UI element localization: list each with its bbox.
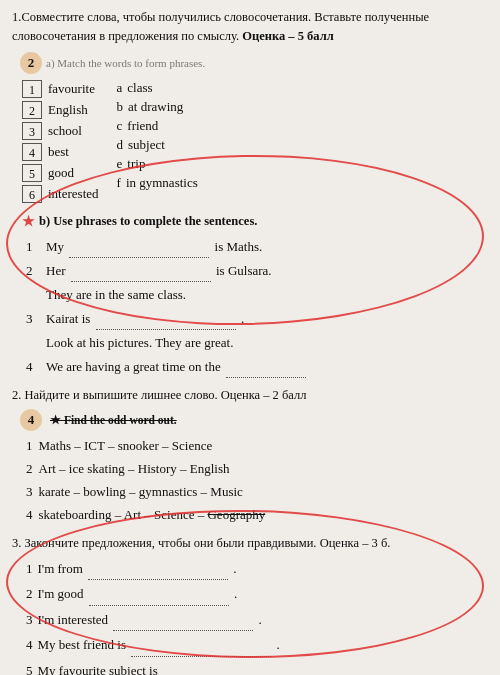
star-icon: ★	[22, 213, 35, 230]
list-item: e trip	[117, 156, 198, 172]
task-number-2: 2	[20, 52, 42, 74]
odd-word-list: 1 Maths – ICT – snooker – Science 2 Art …	[26, 435, 488, 526]
section-b-header: ★ b) Use phrases to complete the sentenc…	[22, 213, 488, 230]
section-a-label: a) Match the words to form phrases.	[46, 57, 205, 69]
task3-header: 3. Закончите предложения, чтобы они были…	[12, 534, 488, 553]
list-item: 1 favourite	[22, 80, 99, 98]
list-item: 2 I'm good .	[26, 582, 488, 605]
extra-text: They are in the same class.	[46, 284, 488, 306]
list-item: 4 skateboarding – Art – Science – Geogra…	[26, 504, 488, 526]
list-item: 5 My favourite subject is	[26, 659, 488, 676]
list-item: f in gymnastics	[117, 175, 198, 191]
list-item: 1 I'm from .	[26, 557, 488, 580]
list-item: 3 school	[22, 122, 99, 140]
list-item: 4 We are having a great time on the	[26, 356, 488, 378]
list-item: 6 interested	[22, 185, 99, 203]
list-item: d subject	[117, 137, 198, 153]
list-item: 4 best	[22, 143, 99, 161]
task1-header: 1.Совместите слова, чтобы получились сло…	[12, 8, 488, 46]
task2-text: 2. Найдите и выпишите лишнее слово.	[12, 388, 218, 402]
extra-text: Look at his pictures. They are great.	[46, 332, 488, 354]
task3-text: 3. Закончите предложения, чтобы они были…	[12, 536, 317, 550]
list-item: 3 karate – bowling – gymnastics – Music	[26, 481, 488, 503]
sentences-list: 1 My is Maths. 2 Her is Gulsara. They ar…	[26, 236, 488, 379]
list-item: 1 Maths – ICT – snooker – Science	[26, 435, 488, 457]
words-column: 1 favourite 2 English 3 school 4 best 5 …	[22, 80, 99, 203]
list-item: c friend	[117, 118, 198, 134]
list-item: 5 good	[22, 164, 99, 182]
task1-score: Оценка – 5 балл	[242, 29, 333, 43]
list-item: a class	[117, 80, 198, 96]
task3-score: Оценка – 3 б.	[320, 536, 391, 550]
list-item: 2 Art – ice skating – History – English	[26, 458, 488, 480]
task-number-4: 4	[20, 409, 42, 431]
section-find-label: ★ Find the odd word out.	[50, 413, 177, 427]
list-item: b at drawing	[117, 99, 198, 115]
task2-score: Оценка – 2 балл	[221, 388, 307, 402]
completion-list: 1 I'm from . 2 I'm good . 3 I'm interest…	[26, 557, 488, 675]
list-item: 4 My best friend is .	[26, 633, 488, 656]
letters-column: a class b at drawing c friend d subject …	[117, 80, 198, 203]
task1-text: 1.Совместите слова, чтобы получились сло…	[12, 10, 429, 43]
section-a: 1 favourite 2 English 3 school 4 best 5 …	[22, 80, 488, 203]
list-item: 1 My is Maths.	[26, 236, 488, 258]
list-item: 2 Her is Gulsara.	[26, 260, 488, 282]
section-b-label: b) Use phrases to complete the sentences…	[39, 214, 257, 229]
list-item: 3 Kairat is .	[26, 308, 488, 330]
list-item: 3 I'm interested .	[26, 608, 488, 631]
list-item: 2 English	[22, 101, 99, 119]
task2-header: 2. Найдите и выпишите лишнее слово. Оцен…	[12, 386, 488, 405]
